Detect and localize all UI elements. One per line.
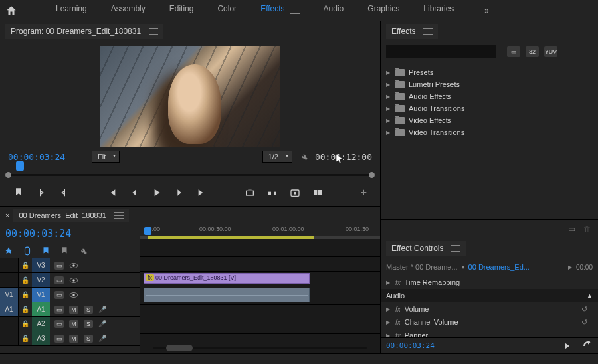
effects-folder[interactable]: ▶Presets <box>381 66 598 78</box>
track-header[interactable]: 🔒V2▭ <box>0 273 140 288</box>
track-target[interactable]: V3 <box>32 258 50 272</box>
mute-icon[interactable]: M <box>69 320 78 328</box>
effects-badge[interactable]: 32 <box>526 46 539 57</box>
workspace-tab-audio[interactable]: Audio <box>312 0 356 23</box>
effects-tab[interactable]: Effects <box>386 24 438 39</box>
ec-property[interactable]: ▶fxTime Remapping <box>381 276 598 289</box>
program-tab[interactable]: Program: 00 Dreamers_Edit_180831 <box>5 24 163 39</box>
extract-icon[interactable] <box>267 187 278 198</box>
solo-icon[interactable]: S <box>84 335 93 343</box>
voiceover-icon[interactable]: 🎤 <box>98 320 106 327</box>
effects-folder[interactable]: ▶Video Transitions <box>381 126 598 138</box>
add-marker-icon[interactable] <box>41 246 50 256</box>
add-button-icon[interactable]: + <box>361 187 367 199</box>
ec-category[interactable]: Audio▲ <box>381 289 598 302</box>
collapse-icon[interactable]: ▲ <box>587 292 593 299</box>
playhead-icon[interactable] <box>16 161 24 171</box>
voiceover-icon[interactable]: 🎤 <box>98 335 106 342</box>
marker-icon[interactable] <box>13 187 24 198</box>
track-header[interactable]: 🔒A2▭MS🎤 <box>0 317 140 331</box>
toggle-output-icon[interactable]: ▭ <box>54 320 64 328</box>
eye-icon[interactable] <box>69 292 78 298</box>
track-target[interactable]: A2 <box>32 317 50 331</box>
toggle-output-icon[interactable]: ▭ <box>54 291 64 299</box>
lock-icon[interactable]: 🔒 <box>19 320 32 327</box>
track-header[interactable]: 🔒A3▭MS🎤 <box>0 331 140 346</box>
effects-folder[interactable]: ▶Lumetri Presets <box>381 78 598 90</box>
sequence-tab[interactable]: 00 Dreamers_Edit_180831 <box>13 209 128 222</box>
go-to-out-icon[interactable] <box>197 187 207 198</box>
track-target[interactable]: A1 <box>32 302 50 316</box>
effect-controls-tab[interactable]: Effect Controls <box>386 241 466 256</box>
timeline-settings-icon[interactable] <box>60 246 69 256</box>
solo-icon[interactable]: S <box>84 320 93 328</box>
source-patch[interactable]: V1 <box>0 288 19 302</box>
program-preview[interactable] <box>100 46 280 147</box>
fx-icon[interactable]: fx <box>395 279 401 286</box>
track-header[interactable]: V1🔒V1▭ <box>0 288 140 302</box>
solo-icon[interactable]: S <box>84 306 93 314</box>
ec-timecode[interactable]: 00:00:03:24 <box>386 341 435 350</box>
ec-sequence-clip[interactable]: 00 Dreamers_Ed... <box>468 263 530 271</box>
effects-search-input[interactable] <box>386 45 496 58</box>
panel-menu-icon[interactable] <box>114 212 124 219</box>
out-point-icon[interactable] <box>58 187 69 198</box>
mute-icon[interactable]: M <box>69 306 78 314</box>
toggle-output-icon[interactable]: ▭ <box>54 262 64 270</box>
timeline-scrollbar[interactable] <box>140 344 380 352</box>
workspace-tab-assembly[interactable]: Assembly <box>99 0 157 23</box>
play-icon[interactable] <box>151 187 162 198</box>
workspace-tab-color[interactable]: Color <box>205 0 249 23</box>
new-bin-icon[interactable]: ▭ <box>568 225 575 234</box>
home-icon[interactable] <box>5 5 17 17</box>
panel-menu-icon[interactable] <box>149 28 158 35</box>
effects-folder[interactable]: ▶Audio Transitions <box>381 102 598 114</box>
sequence-timecode[interactable]: 00:00:03:24 <box>5 228 71 240</box>
workspace-tab-editing[interactable]: Editing <box>157 0 206 23</box>
lift-icon[interactable] <box>245 187 255 198</box>
track-target[interactable]: A3 <box>32 331 50 345</box>
eye-icon[interactable] <box>69 262 78 269</box>
reset-icon[interactable]: ↺ <box>581 318 587 327</box>
effects-folder[interactable]: ▶Video Effects <box>381 114 598 126</box>
in-point-icon[interactable] <box>36 187 47 198</box>
track-target[interactable]: V2 <box>32 273 50 287</box>
program-scrub-bar[interactable] <box>0 166 380 182</box>
panel-menu-icon[interactable] <box>423 28 433 35</box>
zoom-fit-select[interactable]: Fit <box>92 151 120 163</box>
step-back-icon[interactable] <box>129 187 140 198</box>
panel-menu-icon[interactable] <box>451 245 460 252</box>
ec-property[interactable]: ▶fxChannel Volume↺ <box>381 316 598 329</box>
workspace-tab-graphics[interactable]: Graphics <box>355 0 411 23</box>
effects-badge[interactable]: YUV <box>544 46 557 57</box>
track-header[interactable]: 🔒V3▭ <box>0 258 140 273</box>
video-clip[interactable]: fx00 Dreamers_Edit_180831 [V] <box>144 273 310 284</box>
fx-icon[interactable]: fx <box>395 332 401 338</box>
workspace-overflow[interactable]: » <box>479 1 494 21</box>
toggle-output-icon[interactable]: ▭ <box>54 306 64 314</box>
voiceover-icon[interactable]: 🎤 <box>98 306 106 313</box>
toggle-animation-icon[interactable] <box>562 341 571 351</box>
fx-icon[interactable]: fx <box>395 306 401 313</box>
lock-icon[interactable]: 🔒 <box>19 262 32 269</box>
effects-folder[interactable]: ▶Audio Effects <box>381 90 598 102</box>
toggle-output-icon[interactable]: ▭ <box>54 335 64 343</box>
workspace-tab-libraries[interactable]: Libraries <box>411 0 466 23</box>
timeline-area[interactable]: :00:0000:00:30:0000:01:00:0000:01:30 fx0… <box>140 224 380 353</box>
ec-master-clip[interactable]: Master * 00 Dreame... <box>386 263 458 271</box>
linked-selection-icon[interactable] <box>23 246 32 256</box>
step-forward-icon[interactable] <box>174 187 185 198</box>
track-target[interactable]: V1 <box>32 288 50 302</box>
wrench-icon[interactable] <box>78 246 88 256</box>
fx-icon[interactable]: fx <box>395 319 401 326</box>
effects-badge[interactable]: ▭ <box>507 46 520 57</box>
timeline-playhead[interactable] <box>148 224 148 353</box>
ec-property[interactable]: ▶fxPanner <box>381 329 598 337</box>
ec-property[interactable]: ▶fxVolume↺ <box>381 302 598 316</box>
comparison-view-icon[interactable] <box>312 187 323 198</box>
lock-icon[interactable]: 🔒 <box>19 276 32 284</box>
close-tab-icon[interactable]: × <box>5 211 9 219</box>
loop-icon[interactable] <box>583 341 593 351</box>
toggle-output-icon[interactable]: ▭ <box>54 276 64 284</box>
go-to-in-icon[interactable] <box>106 187 117 198</box>
